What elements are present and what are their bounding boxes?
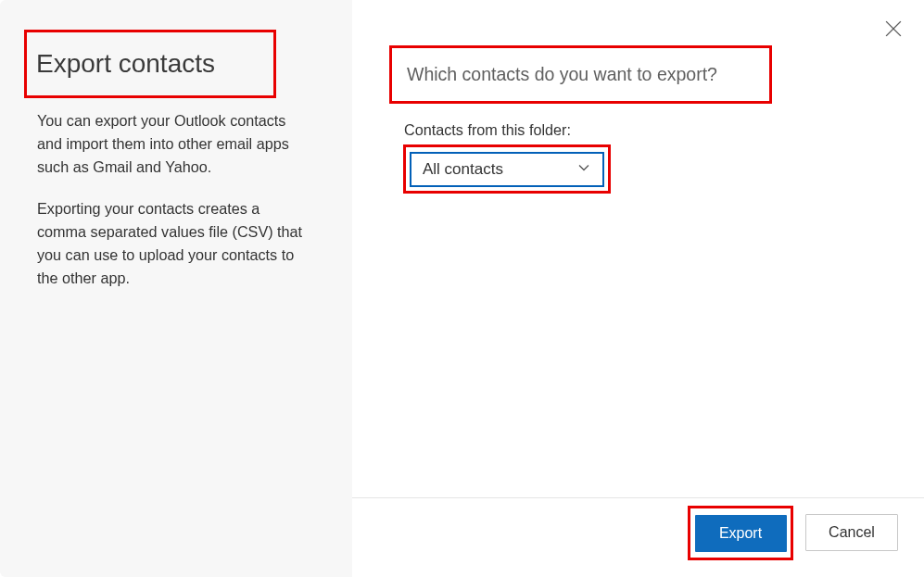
sidebar-panel: Export contacts You can export your Outl…: [0, 0, 352, 577]
folder-select-highlight-box: All contacts: [403, 144, 611, 194]
question-highlight-box: Which contacts do you want to export?: [389, 45, 772, 104]
close-button[interactable]: [885, 20, 904, 39]
export-contacts-dialog: Export contacts You can export your Outl…: [0, 0, 924, 577]
dialog-title: Export contacts: [36, 49, 215, 79]
description-paragraph-1: You can export your Outlook contacts and…: [37, 109, 306, 179]
title-highlight-box: Export contacts: [24, 30, 276, 98]
question-heading: Which contacts do you want to export?: [407, 64, 717, 85]
folder-select-value: All contacts: [423, 160, 503, 179]
chevron-down-icon: [576, 160, 591, 179]
close-icon: [885, 24, 902, 40]
dialog-footer: Export Cancel: [352, 497, 924, 577]
export-button[interactable]: Export: [695, 515, 787, 552]
cancel-button[interactable]: Cancel: [805, 514, 898, 551]
folder-select[interactable]: All contacts: [410, 152, 604, 187]
export-button-highlight-box: Export: [688, 506, 793, 560]
main-panel: Which contacts do you want to export? Co…: [352, 0, 924, 577]
folder-field-label: Contacts from this folder:: [404, 121, 571, 139]
description-paragraph-2: Exporting your contacts creates a comma …: [37, 197, 306, 290]
